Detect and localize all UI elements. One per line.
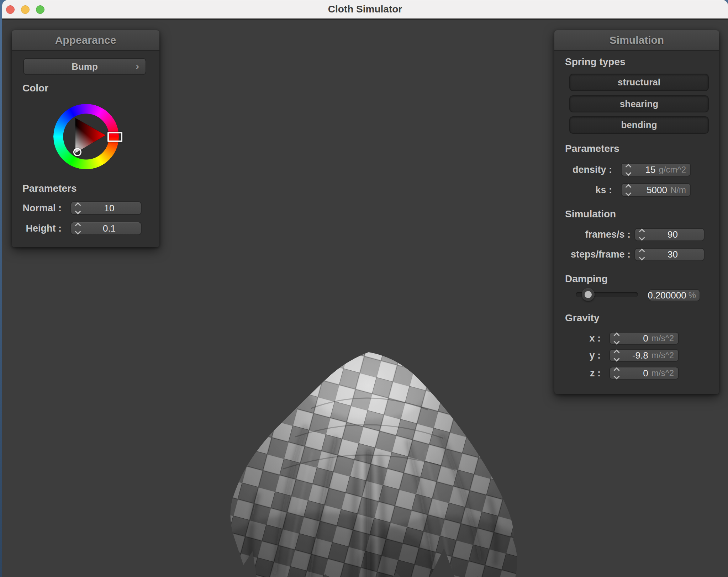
spinner-up-icon[interactable]: [614, 367, 620, 373]
damping-slider[interactable]: [576, 292, 638, 297]
spring-structural-button[interactable]: structural: [569, 74, 709, 91]
spinner-down-icon[interactable]: [614, 355, 620, 361]
gravity-y-spinner[interactable]: -9.8 m/s^2: [609, 349, 679, 362]
normal-spinner[interactable]: 10: [70, 201, 142, 215]
density-unit: g/cm^2: [659, 165, 686, 175]
ks-spinner[interactable]: 5000 N/m: [621, 183, 691, 197]
normal-value: 10: [82, 203, 137, 214]
normal-label: Normal :: [12, 203, 69, 214]
damping-value-field[interactable]: 0.200000 %: [648, 289, 700, 301]
density-label: density :: [554, 164, 619, 175]
appearance-parameters-label: Parameters: [22, 182, 77, 195]
damping-unit: %: [689, 290, 696, 300]
height-value: 0.1: [82, 223, 137, 234]
spinner-down-icon[interactable]: [614, 373, 620, 379]
ks-value: 5000: [632, 185, 667, 196]
height-spinner[interactable]: 0.1: [70, 222, 142, 235]
spinner-stepper[interactable]: [638, 248, 646, 261]
spinner-down-icon[interactable]: [75, 228, 81, 234]
damping-slider-knob[interactable]: [582, 288, 595, 301]
spinner-up-icon[interactable]: [614, 332, 620, 338]
gravity-label: Gravity: [565, 312, 600, 324]
color-section-label: Color: [22, 82, 48, 94]
spring-bending-button[interactable]: bending: [569, 116, 709, 134]
damping-value: 0.200000: [648, 290, 686, 301]
spinner-stepper[interactable]: [74, 222, 82, 235]
gravity-z-unit: m/s^2: [651, 368, 674, 378]
shearing-button-label: shearing: [620, 99, 658, 110]
color-wheel[interactable]: [53, 104, 119, 169]
frames-row: frames/s : 90: [554, 228, 705, 241]
gravity-z-spinner[interactable]: 0 m/s^2: [609, 367, 679, 380]
spinner-down-icon[interactable]: [614, 338, 620, 344]
spinner-down-icon[interactable]: [626, 190, 632, 196]
frames-spinner[interactable]: 90: [634, 228, 705, 241]
gravity-y-value: -9.8: [621, 350, 648, 361]
frames-value: 90: [646, 229, 700, 240]
gravity-y-row: y : -9.8 m/s^2: [554, 349, 679, 362]
spinner-down-icon[interactable]: [639, 235, 645, 241]
spinner-stepper[interactable]: [638, 228, 646, 241]
simulation-panel: Simulation Spring types structural shear…: [554, 30, 719, 394]
density-row: density : 15 g/cm^2: [554, 163, 691, 176]
gravity-x-spinner[interactable]: 0 m/s^2: [609, 332, 679, 345]
steps-row: steps/frame : 30: [554, 248, 705, 261]
spinner-down-icon[interactable]: [639, 255, 645, 261]
spinner-up-icon[interactable]: [75, 202, 81, 208]
density-spinner[interactable]: 15 g/cm^2: [621, 163, 691, 176]
spring-types-label: Spring types: [565, 56, 626, 68]
spinner-up-icon[interactable]: [639, 229, 645, 235]
bump-texture-button[interactable]: Bump ›: [23, 58, 146, 75]
titlebar[interactable]: Cloth Simulator: [2, 0, 728, 20]
sim-parameters-label: Parameters: [565, 143, 619, 155]
gravity-x-value: 0: [621, 333, 648, 344]
chevron-right-icon: ›: [136, 60, 139, 72]
sim-simulation-label: Simulation: [565, 208, 616, 220]
spinner-up-icon[interactable]: [75, 222, 81, 228]
spinner-down-icon[interactable]: [626, 170, 632, 176]
gravity-z-label: z :: [554, 368, 607, 379]
normal-row: Normal : 10: [12, 201, 142, 215]
spinner-up-icon[interactable]: [614, 349, 620, 355]
simulation-panel-title: Simulation: [554, 30, 719, 51]
spinner-down-icon[interactable]: [75, 208, 81, 214]
hue-selector-handle[interactable]: [107, 132, 122, 142]
gravity-x-unit: m/s^2: [651, 333, 674, 343]
spinner-up-icon[interactable]: [626, 164, 632, 170]
appearance-panel-title: Appearance: [12, 30, 159, 51]
gravity-z-value: 0: [621, 368, 648, 379]
steps-label: steps/frame :: [554, 249, 633, 260]
gravity-x-label: x :: [554, 333, 607, 344]
spinner-stepper[interactable]: [613, 332, 621, 345]
app-window: Cloth Simulator: [2, 0, 728, 577]
steps-spinner[interactable]: 30: [634, 248, 705, 261]
spinner-stepper[interactable]: [613, 367, 621, 380]
bump-button-label: Bump: [72, 61, 98, 72]
spinner-stepper[interactable]: [624, 184, 632, 196]
ks-unit: N/m: [670, 185, 686, 195]
height-row: Height : 0.1: [12, 222, 142, 235]
spinner-up-icon[interactable]: [639, 249, 645, 255]
bending-button-label: bending: [621, 120, 657, 131]
damping-label: Damping: [565, 273, 608, 285]
appearance-panel: Appearance Bump › Color: [12, 30, 159, 247]
steps-value: 30: [646, 249, 700, 260]
ks-label: ks :: [554, 185, 619, 196]
spinner-stepper[interactable]: [613, 349, 621, 362]
height-label: Height :: [12, 223, 69, 234]
gravity-z-row: z : 0 m/s^2: [554, 367, 679, 380]
ks-row: ks : 5000 N/m: [554, 183, 691, 197]
spring-shearing-button[interactable]: shearing: [569, 95, 709, 112]
cloth-render: [216, 345, 529, 577]
frames-label: frames/s :: [554, 229, 633, 240]
sv-selector-handle[interactable]: [73, 148, 81, 156]
window-title: Cloth Simulator: [2, 0, 728, 18]
gravity-y-unit: m/s^2: [651, 350, 674, 360]
spinner-up-icon[interactable]: [626, 184, 632, 190]
gravity-x-row: x : 0 m/s^2: [554, 332, 679, 345]
structural-button-label: structural: [618, 77, 660, 88]
gravity-y-label: y :: [554, 350, 607, 361]
spinner-stepper[interactable]: [74, 202, 82, 215]
density-value: 15: [632, 164, 655, 175]
spinner-stepper[interactable]: [624, 164, 632, 176]
